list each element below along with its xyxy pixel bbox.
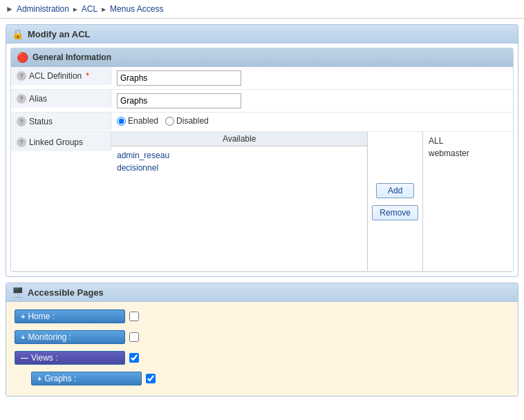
home-toggle[interactable]: + Home : bbox=[15, 309, 125, 323]
status-enabled-text: Enabled bbox=[128, 116, 158, 126]
status-help-icon[interactable]: ? bbox=[17, 117, 26, 126]
general-info-box: 🔴 General Information ? ACL Definition * bbox=[10, 48, 514, 272]
linked-groups-label-cell: ? Linked Groups bbox=[11, 132, 111, 151]
status-disabled-radio[interactable] bbox=[165, 117, 174, 126]
acl-definition-label: ACL Definition bbox=[29, 71, 82, 81]
acl-definition-value bbox=[111, 67, 513, 89]
accessible-pages-header: 🖥️ Accessible Pages bbox=[6, 283, 518, 302]
acl-definition-help-icon[interactable]: ? bbox=[17, 71, 26, 81]
list-item[interactable]: decisionnel bbox=[114, 162, 364, 174]
status-radio-group: Enabled Disabled bbox=[117, 116, 209, 126]
alias-value bbox=[111, 90, 513, 112]
acl-definition-label-cell: ? ACL Definition * bbox=[11, 67, 111, 85]
home-label: Home : bbox=[28, 312, 55, 321]
add-button[interactable]: Add bbox=[376, 183, 414, 198]
graphs-plus-icon: + bbox=[37, 374, 41, 383]
home-checkbox[interactable] bbox=[129, 312, 139, 321]
acl-definition-row: ? ACL Definition * bbox=[11, 67, 513, 90]
general-info-title: General Information bbox=[32, 52, 111, 62]
breadcrumb: ► Administration ► ACL ► Menus Access bbox=[0, 0, 524, 19]
monitoring-toggle[interactable]: + Monitoring : bbox=[15, 330, 125, 344]
views-checkbox[interactable] bbox=[129, 353, 139, 363]
info-icon: 🔴 bbox=[17, 52, 28, 63]
available-header: Available bbox=[111, 132, 367, 146]
status-value: Enabled Disabled bbox=[111, 113, 513, 129]
remove-button[interactable]: Remove bbox=[372, 205, 418, 220]
acl-definition-input[interactable] bbox=[117, 70, 241, 86]
breadcrumb-acl[interactable]: ACL bbox=[82, 4, 97, 14]
linked-groups-buttons: Add Remove bbox=[368, 132, 423, 271]
views-toggle[interactable]: — Views : bbox=[15, 351, 125, 365]
linked-groups-help-icon[interactable]: ? bbox=[17, 137, 26, 147]
lock-icon: 🔒 bbox=[12, 28, 24, 39]
alias-help-icon[interactable]: ? bbox=[17, 94, 26, 104]
accessible-pages-title: Accessible Pages bbox=[28, 287, 104, 298]
page-item-graphs: + Graphs : bbox=[28, 370, 512, 388]
breadcrumb-admin[interactable]: Administration bbox=[17, 4, 69, 14]
breadcrumb-menus[interactable]: Menus Access bbox=[110, 4, 163, 14]
breadcrumb-sep2: ► bbox=[100, 6, 107, 13]
acl-definition-required: * bbox=[86, 71, 89, 81]
page-item-home: + Home : bbox=[12, 307, 512, 325]
linked-groups-label: Linked Groups bbox=[29, 137, 83, 147]
list-item[interactable]: admin_reseau bbox=[114, 149, 364, 162]
modify-acl-box: 🔒 Modify an ACL 🔴 General Information ? … bbox=[6, 24, 518, 277]
graphs-checkbox[interactable] bbox=[146, 374, 156, 383]
monitoring-plus-icon: + bbox=[21, 333, 25, 341]
status-enabled-radio[interactable] bbox=[117, 117, 126, 126]
list-item[interactable]: ALL bbox=[426, 135, 510, 147]
status-enabled-label[interactable]: Enabled bbox=[117, 116, 158, 126]
pages-body: + Home : + Monitoring : — Views : bbox=[6, 302, 518, 396]
modify-acl-header: 🔒 Modify an ACL bbox=[6, 25, 518, 44]
status-disabled-label[interactable]: Disabled bbox=[165, 116, 209, 126]
selected-panel: ALL webmaster bbox=[423, 132, 513, 271]
general-info-header: 🔴 General Information bbox=[11, 48, 513, 67]
available-list: admin_reseau decisionnel bbox=[111, 146, 367, 271]
alias-input[interactable] bbox=[117, 93, 241, 108]
modify-acl-title: Modify an ACL bbox=[28, 29, 91, 39]
list-item[interactable]: webmaster bbox=[426, 147, 510, 160]
page-item-views: — Views : bbox=[12, 349, 512, 367]
breadcrumb-sep1: ► bbox=[72, 6, 79, 13]
home-plus-icon: + bbox=[21, 312, 25, 321]
graphs-toggle[interactable]: + Graphs : bbox=[31, 372, 142, 385]
status-label: Status bbox=[29, 117, 53, 126]
available-panel: Available admin_reseau decisionnel bbox=[111, 132, 368, 271]
views-label: Views : bbox=[31, 353, 57, 363]
pages-icon: 🖥️ bbox=[12, 287, 24, 298]
linked-groups-content: Available admin_reseau decisionnel Add R… bbox=[111, 132, 513, 271]
breadcrumb-arrow-icon: ► bbox=[6, 4, 14, 14]
alias-row: ? Alias bbox=[11, 90, 513, 113]
accessible-pages-section: 🖥️ Accessible Pages + Home : + Monitorin… bbox=[6, 283, 518, 397]
alias-label-cell: ? Alias bbox=[11, 90, 111, 108]
status-row: ? Status Enabled Disabled bbox=[11, 113, 513, 132]
views-minus-icon: — bbox=[21, 354, 28, 362]
status-label-cell: ? Status bbox=[11, 113, 111, 131]
page-item-monitoring: + Monitoring : bbox=[12, 328, 512, 346]
monitoring-label: Monitoring : bbox=[28, 332, 71, 342]
alias-label: Alias bbox=[29, 94, 47, 104]
status-disabled-text: Disabled bbox=[176, 116, 209, 126]
graphs-label: Graphs : bbox=[44, 374, 76, 383]
monitoring-checkbox[interactable] bbox=[129, 332, 139, 342]
general-info-body: ? ACL Definition * ? Alias bbox=[11, 67, 513, 271]
linked-groups-row: ? Linked Groups Available admin_reseau d… bbox=[11, 132, 513, 271]
